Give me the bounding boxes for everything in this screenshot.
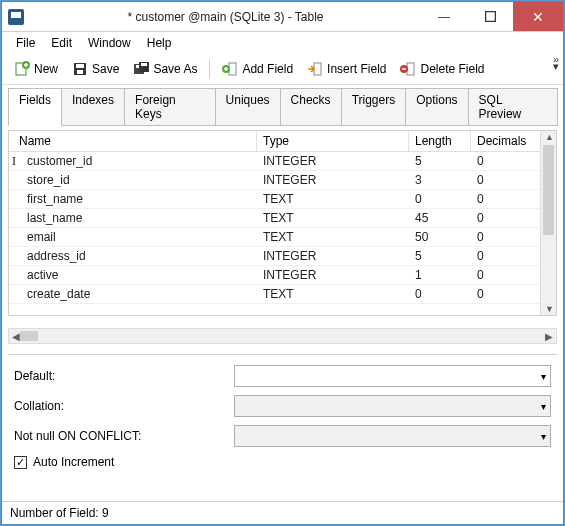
cell-name[interactable]: email bbox=[9, 228, 257, 246]
collation-select[interactable]: ▾ bbox=[234, 395, 551, 417]
cell-length[interactable]: 5 bbox=[409, 152, 471, 170]
saveas-button[interactable]: Save As bbox=[127, 58, 203, 80]
grid-header: Name Type Length Decimals bbox=[9, 131, 540, 152]
cell-type[interactable]: TEXT bbox=[257, 209, 409, 227]
menu-file[interactable]: File bbox=[10, 34, 41, 52]
table-row[interactable]: address_idINTEGER50 bbox=[9, 247, 540, 266]
deletefield-button[interactable]: Delete Field bbox=[394, 58, 490, 80]
insertfield-button[interactable]: Insert Field bbox=[301, 58, 392, 80]
titlebar: * customer @main (SQLite 3) - Table — ✕ bbox=[2, 2, 563, 32]
tab-indexes[interactable]: Indexes bbox=[61, 88, 125, 126]
addfield-button[interactable]: Add Field bbox=[216, 58, 299, 80]
hscroll-thumb[interactable] bbox=[20, 331, 38, 341]
fields-grid[interactable]: Name Type Length Decimals Icustomer_idIN… bbox=[8, 130, 557, 316]
toolbar: New Save Save As Add Field Insert Field bbox=[2, 54, 563, 85]
table-row[interactable]: Icustomer_idINTEGER50 bbox=[9, 152, 540, 171]
svg-rect-4 bbox=[76, 64, 84, 68]
cell-length[interactable]: 5 bbox=[409, 247, 471, 265]
autoincrement-checkbox[interactable]: ✓ bbox=[14, 456, 27, 469]
new-icon bbox=[14, 61, 30, 77]
svg-rect-10 bbox=[229, 63, 236, 75]
menu-help[interactable]: Help bbox=[141, 34, 178, 52]
row-cursor-icon: I bbox=[12, 154, 16, 169]
notnull-label: Not null ON CONFLICT: bbox=[14, 429, 234, 443]
cell-type[interactable]: INTEGER bbox=[257, 152, 409, 170]
cell-type[interactable]: INTEGER bbox=[257, 171, 409, 189]
table-row[interactable]: create_dateTEXT00 bbox=[9, 285, 540, 304]
app-icon bbox=[8, 9, 24, 25]
toolbar-overflow[interactable]: »▾ bbox=[553, 56, 557, 70]
table-row[interactable]: activeINTEGER10 bbox=[9, 266, 540, 285]
cell-type[interactable]: TEXT bbox=[257, 228, 409, 246]
tab-checks[interactable]: Checks bbox=[280, 88, 342, 126]
save-button[interactable]: Save bbox=[66, 58, 125, 80]
deletefield-label: Delete Field bbox=[420, 62, 484, 76]
new-button[interactable]: New bbox=[8, 58, 64, 80]
cell-decimals[interactable]: 0 bbox=[471, 266, 539, 284]
col-decimals[interactable]: Decimals bbox=[471, 131, 539, 151]
scroll-right-icon[interactable]: ▶ bbox=[545, 331, 553, 342]
cell-length[interactable]: 0 bbox=[409, 285, 471, 303]
svg-rect-5 bbox=[77, 70, 83, 74]
tab-sql-preview[interactable]: SQL Preview bbox=[468, 88, 558, 126]
cell-decimals[interactable]: 0 bbox=[471, 228, 539, 246]
default-select[interactable]: ▾ bbox=[234, 365, 551, 387]
col-name[interactable]: Name bbox=[9, 131, 257, 151]
new-label: New bbox=[34, 62, 58, 76]
cell-length[interactable]: 45 bbox=[409, 209, 471, 227]
svg-rect-0 bbox=[485, 12, 495, 22]
saveas-label: Save As bbox=[153, 62, 197, 76]
cell-name[interactable]: last_name bbox=[9, 209, 257, 227]
close-button[interactable]: ✕ bbox=[513, 2, 563, 31]
cell-decimals[interactable]: 0 bbox=[471, 190, 539, 208]
cell-type[interactable]: TEXT bbox=[257, 190, 409, 208]
table-row[interactable]: store_idINTEGER30 bbox=[9, 171, 540, 190]
cell-name[interactable]: active bbox=[9, 266, 257, 284]
table-row[interactable]: emailTEXT500 bbox=[9, 228, 540, 247]
tab-triggers[interactable]: Triggers bbox=[341, 88, 407, 126]
tab-options[interactable]: Options bbox=[405, 88, 468, 126]
table-row[interactable]: first_nameTEXT00 bbox=[9, 190, 540, 209]
minimize-button[interactable]: — bbox=[421, 2, 467, 31]
scroll-down-icon[interactable]: ▼ bbox=[545, 304, 554, 314]
table-row[interactable]: last_nameTEXT450 bbox=[9, 209, 540, 228]
cell-name[interactable]: store_id bbox=[9, 171, 257, 189]
cell-decimals[interactable]: 0 bbox=[471, 247, 539, 265]
cell-name[interactable]: create_date bbox=[9, 285, 257, 303]
cell-decimals[interactable]: 0 bbox=[471, 209, 539, 227]
scroll-thumb[interactable] bbox=[543, 145, 554, 235]
cell-name[interactable]: Icustomer_id bbox=[9, 152, 257, 170]
col-length[interactable]: Length bbox=[409, 131, 471, 151]
tab-uniques[interactable]: Uniques bbox=[215, 88, 281, 126]
col-type[interactable]: Type bbox=[257, 131, 409, 151]
cell-length[interactable]: 0 bbox=[409, 190, 471, 208]
cell-name[interactable]: first_name bbox=[9, 190, 257, 208]
save-label: Save bbox=[92, 62, 119, 76]
tab-foreign-keys[interactable]: Foreign Keys bbox=[124, 88, 216, 126]
cell-length[interactable]: 50 bbox=[409, 228, 471, 246]
cell-decimals[interactable]: 0 bbox=[471, 152, 539, 170]
scroll-up-icon[interactable]: ▲ bbox=[545, 132, 554, 142]
maximize-button[interactable] bbox=[467, 2, 513, 31]
tabs: Fields Indexes Foreign Keys Uniques Chec… bbox=[2, 85, 563, 125]
deletefield-icon bbox=[400, 61, 416, 77]
insertfield-label: Insert Field bbox=[327, 62, 386, 76]
cell-type[interactable]: TEXT bbox=[257, 285, 409, 303]
scroll-left-icon[interactable]: ◀ bbox=[12, 331, 20, 342]
cell-name[interactable]: address_id bbox=[9, 247, 257, 265]
notnull-select[interactable]: ▾ bbox=[234, 425, 551, 447]
menu-window[interactable]: Window bbox=[82, 34, 137, 52]
cell-length[interactable]: 3 bbox=[409, 171, 471, 189]
tab-fields[interactable]: Fields bbox=[8, 88, 62, 126]
cell-decimals[interactable]: 0 bbox=[471, 285, 539, 303]
cell-type[interactable]: INTEGER bbox=[257, 266, 409, 284]
field-properties: Default: ▾ Collation: ▾ Not null ON CONF… bbox=[8, 354, 557, 475]
horizontal-scrollbar[interactable]: ◀ ▶ bbox=[8, 328, 557, 344]
saveas-icon bbox=[133, 61, 149, 77]
menu-edit[interactable]: Edit bbox=[45, 34, 78, 52]
vertical-scrollbar[interactable]: ▲ ▼ bbox=[540, 131, 556, 315]
cell-decimals[interactable]: 0 bbox=[471, 171, 539, 189]
menubar: File Edit Window Help bbox=[2, 32, 563, 54]
cell-type[interactable]: INTEGER bbox=[257, 247, 409, 265]
cell-length[interactable]: 1 bbox=[409, 266, 471, 284]
